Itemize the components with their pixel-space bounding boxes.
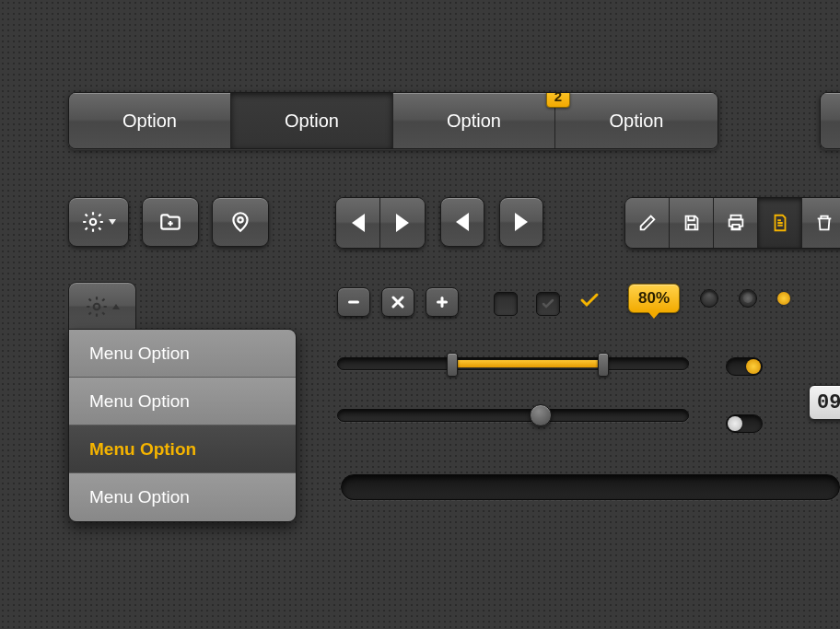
triangle-left-icon	[352, 214, 365, 232]
edit-icon	[637, 213, 658, 233]
triangle-right-icon	[515, 213, 528, 231]
option-seg-2[interactable]: Option	[393, 93, 555, 148]
option-seg-3[interactable]: 2 Option	[555, 93, 718, 148]
triangle-right-icon	[396, 214, 409, 232]
plus-button[interactable]	[426, 287, 459, 317]
menu-item-label: Menu Option	[89, 391, 190, 412]
minus-button[interactable]	[337, 287, 370, 317]
document-icon	[770, 213, 790, 233]
seg-label: Option	[447, 111, 501, 132]
single-slider[interactable]	[337, 409, 689, 422]
prev-single-button[interactable]	[440, 197, 484, 247]
toggle-off[interactable]	[726, 414, 763, 433]
dropdown-menu: Menu Option Menu Option Menu Option Menu…	[68, 329, 297, 522]
chevron-down-icon	[109, 219, 116, 225]
numeric-counter[interactable]: 09	[809, 385, 840, 420]
percent-radio-group: 80%	[628, 284, 790, 313]
action-toolbar	[624, 197, 840, 249]
triangle-left-icon	[456, 213, 469, 231]
close-icon	[391, 296, 404, 309]
svg-point-0	[90, 219, 97, 226]
menu-item[interactable]: Menu Option	[69, 473, 296, 521]
next-button[interactable]	[380, 198, 425, 248]
radio-off[interactable]	[700, 289, 718, 308]
toggle-area	[726, 357, 763, 433]
check-icon	[541, 297, 555, 311]
range-handle-end[interactable]	[598, 353, 609, 377]
checkbox-unchecked[interactable]	[494, 292, 518, 316]
range-handle-start[interactable]	[447, 353, 458, 377]
slider-knob[interactable]	[530, 404, 552, 426]
notification-badge: 2	[546, 92, 570, 108]
menu-item-label: Menu Option	[89, 439, 196, 460]
chevron-up-icon	[112, 304, 120, 309]
settings-dropdown-button[interactable]	[68, 197, 129, 247]
percent-tooltip: 80%	[628, 284, 680, 313]
range-slider[interactable]	[337, 357, 689, 370]
menu-item[interactable]: Menu Option	[69, 378, 296, 425]
arrow-button-group	[335, 197, 543, 249]
edit-button[interactable]	[625, 198, 670, 248]
prev-button[interactable]	[336, 198, 380, 248]
menu-item-selected[interactable]: Menu Option	[69, 425, 296, 473]
gear-icon	[81, 210, 105, 234]
svg-point-1	[238, 217, 242, 222]
folder-plus-icon	[158, 210, 182, 234]
slider-area	[337, 357, 689, 460]
scrollbar-track[interactable]	[341, 474, 840, 500]
icon-button-row	[68, 197, 269, 247]
toggle-on[interactable]	[726, 357, 763, 376]
range-fill	[452, 360, 603, 367]
svg-point-7	[94, 303, 100, 309]
print-icon	[726, 213, 746, 233]
radio-dot-accent[interactable]	[777, 292, 790, 305]
seg-label: Option	[610, 111, 664, 132]
plus-icon	[435, 295, 449, 309]
settings-menu-trigger[interactable]	[68, 282, 136, 330]
next-single-button[interactable]	[499, 197, 543, 247]
print-button[interactable]	[714, 198, 758, 248]
checkbox-checked-dark[interactable]	[536, 292, 560, 316]
radio-on[interactable]	[739, 289, 757, 308]
minus-icon	[346, 295, 361, 309]
seg-label: Option	[285, 111, 339, 132]
option-segmented-bar-overflow[interactable]	[820, 92, 840, 149]
check-standalone[interactable]	[578, 289, 601, 318]
menu-item[interactable]: Menu Option	[69, 330, 296, 378]
delete-button[interactable]	[802, 198, 840, 248]
gear-icon	[85, 295, 109, 319]
menu-item-label: Menu Option	[89, 344, 190, 364]
option-segmented-bar: Option Option Option 2 Option	[68, 92, 718, 149]
stepper-buttons	[337, 287, 459, 317]
svg-rect-4	[348, 301, 359, 304]
location-button[interactable]	[212, 197, 269, 247]
location-pin-icon	[228, 210, 252, 234]
svg-rect-3	[732, 225, 739, 229]
document-button[interactable]	[758, 198, 802, 248]
seg-label: Option	[122, 111, 177, 132]
checkbox-group	[494, 289, 601, 318]
option-seg-0[interactable]: Option	[69, 93, 231, 148]
trash-icon	[814, 213, 834, 233]
add-folder-button[interactable]	[142, 197, 199, 247]
nav-pair	[335, 197, 426, 249]
svg-rect-6	[441, 297, 444, 308]
save-button[interactable]	[670, 198, 714, 248]
save-icon	[682, 213, 702, 233]
option-seg-1[interactable]: Option	[231, 93, 393, 148]
check-icon	[578, 289, 601, 311]
close-button[interactable]	[381, 287, 414, 317]
menu-item-label: Menu Option	[89, 487, 190, 507]
